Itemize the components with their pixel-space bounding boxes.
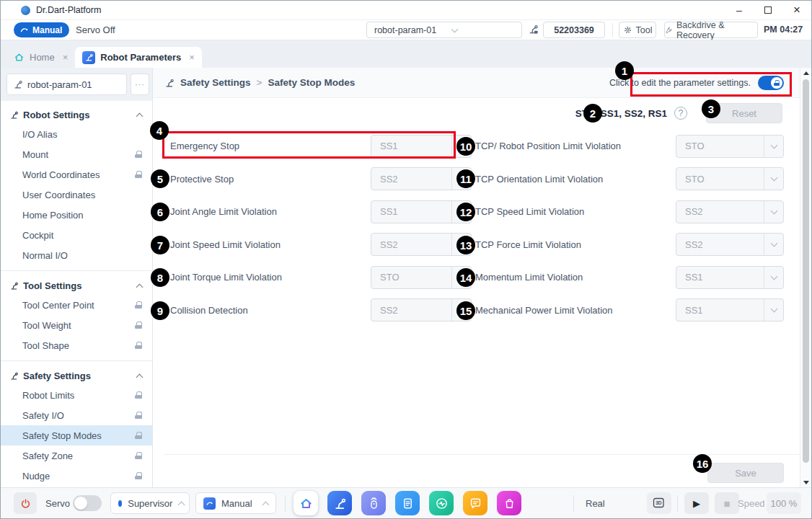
chevron-down-icon	[764, 299, 783, 321]
chevron-up-icon[interactable]	[136, 283, 142, 288]
chevron-down-icon	[451, 267, 471, 288]
joint-torque-select[interactable]: STO	[371, 266, 472, 289]
param-file-value: robot-param-01	[367, 25, 444, 35]
role-select[interactable]: Supervisor	[110, 492, 190, 514]
window-titlebar: Dr.Dart-Platform – ×	[1, 1, 811, 20]
scrollbar-thumb[interactable]	[803, 79, 809, 463]
tab-robot-parameters-label: Robot Parameters	[100, 52, 181, 63]
sidebar-item-safety-io[interactable]: Safety I/O	[1, 405, 152, 425]
param-row-mechanical-power: Mechanical Power Limit Violation SS1	[475, 294, 784, 327]
save-button[interactable]: Save	[707, 463, 784, 483]
sidebar-item-tool-weight[interactable]: Tool Weight	[1, 315, 152, 335]
servo-label: Servo	[45, 498, 70, 509]
reset-button[interactable]: Reset	[706, 103, 782, 123]
param-name-box[interactable]: robot-param-01	[6, 74, 127, 95]
close-button[interactable]: ×	[782, 1, 811, 19]
tcp-speed-select[interactable]: SS2	[676, 200, 784, 223]
stop-modes-title: STO, SS1, SS2, RS1	[575, 108, 667, 119]
play-button[interactable]: ▶	[684, 492, 709, 514]
chevron-up-icon	[262, 500, 268, 506]
emergency-stop-select[interactable]: SS1	[371, 135, 472, 158]
collision-detection-select[interactable]: SS2	[371, 298, 472, 321]
dock-message-app-icon[interactable]	[463, 491, 487, 515]
gear-icon	[623, 25, 632, 35]
robot-serial-number: 52203369	[543, 22, 605, 38]
dock-teach-pendant-app-icon[interactable]	[361, 491, 386, 515]
power-button[interactable]	[14, 492, 37, 514]
sidebar-section-robot-settings: Robot Settings I/O Alias Mount World Coo…	[1, 101, 152, 270]
scroll-down-arrow[interactable]	[800, 477, 811, 487]
speed-value: 100 %	[767, 492, 801, 514]
momentum-select[interactable]: SS1	[676, 266, 784, 289]
param-file-select[interactable]: robot-param-01	[366, 22, 522, 38]
role-select-value: Supervisor	[128, 498, 172, 509]
sidebar-item-mount[interactable]: Mount	[1, 144, 152, 164]
manual-mode-button[interactable]: Manual	[14, 22, 69, 37]
lock-icon	[135, 342, 142, 349]
robot-icon	[9, 281, 19, 290]
chevron-down-icon	[451, 201, 471, 223]
joint-angle-select[interactable]: SS1	[371, 200, 472, 223]
sidebar-item-user-coordinates[interactable]: User Coordinates	[1, 185, 152, 205]
section-header-safety-settings[interactable]: Safety Settings	[1, 366, 152, 385]
param-row-joint-torque: Joint Torque Limit Violation STO	[170, 261, 472, 294]
edit-parameters-toggle[interactable]	[758, 76, 784, 90]
protective-stop-select[interactable]: SS2	[371, 167, 472, 190]
dock-home-app-icon[interactable]	[294, 491, 318, 515]
backdrive-recovery-button[interactable]: Backdrive & Recovery	[664, 22, 758, 38]
help-icon[interactable]: ?	[674, 107, 687, 120]
chevron-down-icon	[764, 234, 783, 255]
dock-monitoring-app-icon[interactable]	[429, 491, 454, 515]
statusbar-divider	[573, 495, 574, 512]
servo-toggle[interactable]	[73, 495, 102, 511]
tcp-orientation-select[interactable]: STO	[676, 167, 784, 190]
sidebar-item-io-alias[interactable]: I/O Alias	[1, 124, 152, 144]
stop-button[interactable]: ■	[715, 492, 739, 514]
chevron-down-icon	[451, 168, 471, 190]
tab-home[interactable]: Home ×	[6, 47, 75, 68]
sidebar-item-robot-limits[interactable]: Robot Limits	[1, 385, 152, 405]
top-toolbar: Manual Servo Off robot-param-01 52203369…	[1, 20, 811, 40]
sidebar-item-normal-io[interactable]: Normal I/O	[1, 245, 152, 265]
role-status-dot	[118, 500, 122, 507]
dock-task-writer-app-icon[interactable]	[395, 491, 420, 515]
sidebar-item-home-position[interactable]: Home Position	[1, 205, 152, 225]
breadcrumb-separator: >	[257, 77, 262, 88]
param-row-joint-speed: Joint Speed Limit Violation SS2	[170, 229, 472, 262]
tool-button[interactable]: Tool	[619, 22, 656, 38]
sidebar-item-tool-center-point[interactable]: Tool Center Point	[1, 295, 152, 315]
tcp-force-select[interactable]: SS2	[676, 233, 784, 256]
modes-row: STO, SS1, SS2, RS1 ? Reset	[153, 101, 782, 125]
joint-speed-select[interactable]: SS2	[371, 233, 472, 256]
minimize-button[interactable]: –	[725, 1, 754, 19]
section-header-tool-settings[interactable]: Tool Settings	[1, 276, 152, 295]
vertical-scrollbar[interactable]	[800, 68, 811, 487]
tab-robot-parameters[interactable]: Robot Parameters ×	[75, 47, 202, 68]
sidebar-item-nudge[interactable]: Nudge	[1, 466, 152, 486]
sidebar-item-cockpit[interactable]: Cockpit	[1, 225, 152, 245]
sidebar-item-tool-shape[interactable]: Tool Shape	[1, 335, 152, 355]
sidebar-item-safety-stop-modes[interactable]: Safety Stop Modes	[1, 425, 152, 445]
chevron-up-icon[interactable]	[136, 373, 142, 378]
sidebar-item-safety-zone[interactable]: Safety Zone	[1, 445, 152, 466]
statusbar-divider	[677, 495, 678, 512]
lock-icon	[135, 472, 142, 479]
tab-close-icon[interactable]: ×	[189, 52, 195, 63]
mechanical-power-select[interactable]: SS1	[676, 298, 784, 321]
maximize-button[interactable]	[754, 1, 782, 19]
sidebar-item-world-coordinates[interactable]: World Coordinates	[1, 164, 152, 185]
breadcrumb-root[interactable]: Safety Settings	[180, 77, 251, 88]
more-options-button[interactable]: ···	[131, 74, 149, 95]
tool-button-label: Tool	[636, 25, 653, 35]
mode-select[interactable]: Manual	[195, 492, 276, 514]
chevron-up-icon[interactable]	[136, 112, 142, 117]
section-header-robot-settings[interactable]: Robot Settings	[1, 105, 152, 124]
tab-close-icon[interactable]: ×	[63, 52, 69, 63]
scroll-up-arrow[interactable]	[800, 68, 811, 78]
tcp-position-select[interactable]: STO	[676, 135, 784, 158]
chevron-down-icon	[764, 267, 783, 288]
dock-store-app-icon[interactable]	[497, 491, 521, 515]
content-area: Safety Settings > Safety Stop Modes Clic…	[153, 68, 800, 487]
dock-robot-parameters-app-icon[interactable]	[327, 491, 352, 515]
3d-view-button[interactable]: 3D	[647, 492, 671, 514]
